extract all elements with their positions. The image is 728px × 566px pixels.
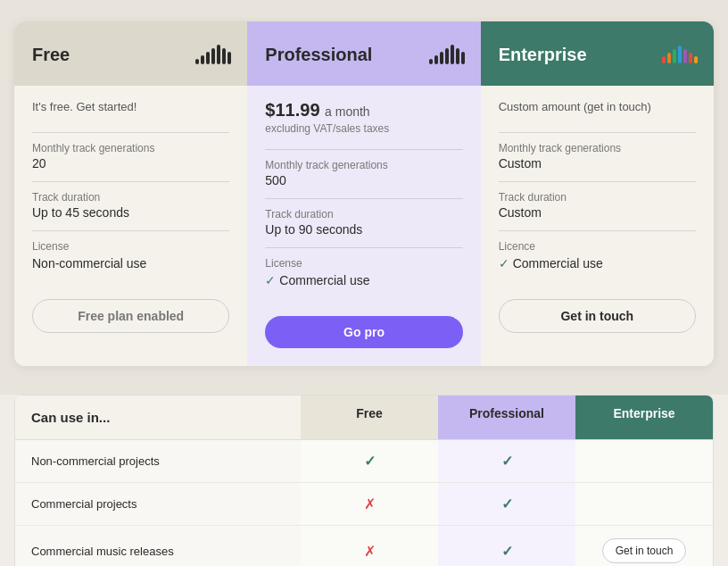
enterprise-monthly-gen-label: Monthly track generations (499, 142, 696, 154)
cross-icon: ✗ (364, 495, 376, 512)
free-license-label: License (32, 240, 229, 253)
pro-price-sub: excluding VAT/sales taxes (265, 122, 462, 135)
tick-icon: ✓ (501, 453, 513, 470)
enterprise-button[interactable]: Get in touch (499, 299, 696, 333)
enterprise-duration-value: Custom (499, 205, 696, 220)
free-cta-area: Free plan enabled (14, 299, 247, 351)
enterprise-license-value: ✓ Commercial use (499, 256, 696, 271)
get-in-touch-table-button[interactable]: Get in touch (602, 538, 687, 563)
comparison-row: Commercial music releases ✗ ✓ Get in tou… (15, 526, 713, 566)
comparison-pro-header: Professional (438, 395, 575, 440)
pro-logo-icon (431, 42, 463, 67)
ent-commercial-projects (575, 483, 713, 525)
cross-icon: ✗ (364, 543, 376, 560)
feature-non-commercial: Non-commercial projects (15, 440, 301, 482)
free-commercial-music: ✗ (301, 526, 438, 566)
plan-name-professional: Professional (265, 45, 372, 65)
free-duration-value: Up to 45 seconds (32, 205, 229, 220)
feature-commercial-projects: Commercial projects (15, 483, 301, 525)
plan-name-free: Free (32, 45, 70, 65)
enterprise-monthly-gen-value: Custom (499, 156, 696, 171)
free-commercial-projects: ✗ (301, 483, 438, 525)
plan-card-enterprise: Enterprise Custom amount (get in touch) … (481, 21, 714, 366)
plans-grid: Free It's free. Get started! Monthly tra… (14, 21, 714, 366)
comparison-section: Can use in... Free Professional Enterpri… (0, 395, 728, 566)
comparison-feature-header: Can use in... (15, 395, 301, 440)
free-license: License Non-commercial use (32, 240, 229, 271)
tick-icon: ✓ (364, 453, 376, 470)
free-duration-label: Track duration (32, 191, 229, 204)
plan-header-free: Free (14, 21, 247, 86)
pro-monthly-gen: Monthly track generations 500 (265, 159, 462, 187)
free-monthly-gen-label: Monthly track generations (32, 142, 229, 154)
pro-price: $11.99 a month (265, 100, 462, 121)
tick-icon: ✓ (501, 495, 513, 512)
feature-commercial-music: Commercial music releases (15, 526, 301, 566)
pro-monthly-gen-value: 500 (265, 173, 462, 187)
enterprise-logo-icon (664, 42, 696, 67)
pro-non-commercial: ✓ (438, 440, 575, 482)
free-logo-icon (197, 42, 229, 67)
tick-icon: ✓ (501, 543, 513, 560)
pro-license-value: ✓ Commercial use (265, 273, 462, 287)
ent-commercial-music: Get in touch (575, 526, 713, 566)
enterprise-track-duration: Track duration Custom (499, 191, 696, 220)
plan-header-enterprise: Enterprise (481, 21, 714, 86)
pro-commercial-music: ✓ (438, 526, 575, 566)
free-monthly-gen: Monthly track generations 20 (32, 142, 229, 171)
comparison-row: Commercial projects ✗ ✓ (15, 483, 713, 526)
free-tagline: It's free. Get started! (32, 100, 229, 118)
plan-body-professional: $11.99 a month excluding VAT/sales taxes… (247, 86, 480, 316)
pro-duration-value: Up to 90 seconds (265, 222, 462, 237)
free-monthly-gen-value: 20 (32, 156, 229, 171)
plan-card-free: Free It's free. Get started! Monthly tra… (14, 21, 247, 366)
pro-duration-label: Track duration (265, 208, 462, 221)
plan-body-enterprise: Custom amount (get in touch) Monthly tra… (481, 86, 714, 299)
free-non-commercial: ✓ (301, 440, 438, 482)
free-license-value: Non-commercial use (32, 256, 229, 271)
pro-license: License ✓ Commercial use (265, 257, 462, 287)
plan-header-professional: Professional (247, 21, 480, 86)
pro-monthly-gen-label: Monthly track generations (265, 159, 462, 171)
comparison-enterprise-header: Enterprise (575, 395, 713, 440)
plan-name-enterprise: Enterprise (499, 45, 587, 65)
plan-body-free: It's free. Get started! Monthly track ge… (14, 86, 247, 299)
pro-license-label: License (265, 257, 462, 270)
pro-cta-area: Go pro (247, 316, 480, 366)
comparison-table: Can use in... Free Professional Enterpri… (14, 395, 714, 566)
free-track-duration: Track duration Up to 45 seconds (32, 191, 229, 220)
enterprise-license: Licence ✓ Commercial use (499, 240, 696, 271)
enterprise-tagline: Custom amount (get in touch) (499, 100, 696, 118)
comparison-row: Non-commercial projects ✓ ✓ (15, 440, 713, 483)
pro-license-check-icon: ✓ (265, 273, 276, 287)
plan-card-professional: Professional $11.99 a month excluding VA… (247, 21, 480, 366)
enterprise-cta-area: Get in touch (481, 299, 714, 351)
comparison-free-header: Free (301, 395, 438, 440)
comparison-header: Can use in... Free Professional Enterpri… (15, 395, 713, 440)
enterprise-duration-label: Track duration (499, 191, 696, 204)
ent-non-commercial (575, 440, 713, 482)
free-plan-button[interactable]: Free plan enabled (32, 299, 229, 333)
pro-commercial-projects: ✓ (438, 483, 575, 525)
go-pro-button[interactable]: Go pro (265, 316, 462, 348)
enterprise-license-label: Licence (499, 240, 696, 253)
pro-track-duration: Track duration Up to 90 seconds (265, 208, 462, 237)
enterprise-license-check-icon: ✓ (499, 256, 509, 271)
enterprise-monthly-gen: Monthly track generations Custom (499, 142, 696, 171)
